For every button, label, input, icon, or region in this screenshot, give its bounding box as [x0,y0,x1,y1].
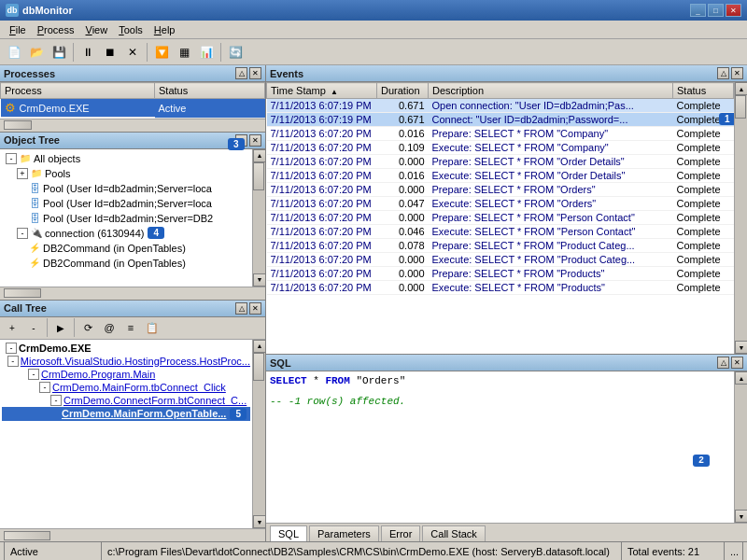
call-item-vs[interactable]: - Microsoft.VisualStudio.HostingProcess.… [2,355,250,368]
table-row[interactable]: 7/11/2013 6:07:20 PM 0.016 Execute: SELE… [267,169,734,183]
table-row[interactable]: 7/11/2013 6:07:20 PM 0.000 Execute: SELE… [267,253,734,267]
col-status[interactable]: Status [673,83,734,99]
tree-item-db2cmd2[interactable]: ⚡ DB2Command (in OpenTables) [2,256,250,271]
object-tree-scrollbar[interactable]: ▲ ▼ [252,149,265,287]
processes-hscrollbar[interactable] [0,119,265,132]
table-row[interactable]: 7/11/2013 6:07:20 PM 0.000 Prepare: SELE… [267,183,734,197]
sql-close-btn[interactable]: ✕ [731,357,743,369]
tab-parameters[interactable]: Parameters [309,525,379,541]
object-tree-hscrollbar[interactable] [0,287,265,300]
events-scroll-thumb[interactable] [735,95,746,119]
toolbar-refresh[interactable]: 🔄 [225,42,246,63]
expand-connection[interactable]: - [17,228,28,239]
tree-item-db2cmd1[interactable]: ⚡ DB2Command (in OpenTables) [2,241,250,256]
table-row[interactable]: 7/11/2013 6:07:20 PM 0.109 Execute: SELE… [267,141,734,155]
table-row[interactable]: 7/11/2013 6:07:20 PM 0.000 Prepare: SELE… [267,211,734,225]
sql-scroll-track[interactable] [735,385,747,510]
sql-scrollbar[interactable]: ▲ ▼ [734,371,747,523]
tree-item-pools[interactable]: + 📁 Pools [2,166,250,181]
call-item-opentable[interactable]: CrmDemo.MainForm.OpenTable... 5 [2,407,250,421]
toolbar-open[interactable]: 📂 [26,42,47,63]
tree-item-pool1[interactable]: 🗄 Pool (User Id=db2admin;Server=loca [2,181,250,196]
calltree-btn7[interactable]: 📋 [142,317,162,338]
sql-float-btn[interactable]: △ [717,357,729,369]
events-scroll-up[interactable]: ▲ [735,82,747,95]
toolbar-chart[interactable]: 📊 [196,42,217,63]
menu-process[interactable]: Process [32,22,80,37]
table-row[interactable]: 7/11/2013 6:07:20 PM 0.078 Prepare: SELE… [267,239,734,253]
call-item-crmdemo[interactable]: - CrmDemo.EXE [2,342,250,355]
toolbar-grid[interactable]: ▦ [174,42,194,63]
close-button[interactable]: ✕ [726,4,741,17]
call-scroll-down[interactable]: ▼ [253,515,265,528]
table-row[interactable]: 7/11/2013 6:07:20 PM 0.047 Execute: SELE… [267,197,734,211]
calltree-btn3[interactable]: ▶ [50,317,71,338]
events-scrollbar[interactable]: ▲ ▼ [734,82,747,354]
col-status[interactable]: Status [155,83,265,99]
tab-error[interactable]: Error [381,525,420,541]
calltree-btn2[interactable]: - [23,317,44,338]
call-expand-2[interactable]: - [28,369,39,380]
menu-file[interactable]: File [4,22,32,37]
sql-scroll-up[interactable]: ▲ [735,371,747,385]
tab-callstack[interactable]: Call Stack [422,525,486,541]
events-scroll-down[interactable]: ▼ [735,341,747,354]
menu-tools[interactable]: Tools [113,22,148,37]
call-tree-scrollbar[interactable]: ▲ ▼ [252,340,265,529]
calltree-btn5[interactable]: @ [99,317,120,338]
sql-scroll-down[interactable]: ▼ [735,510,747,523]
menu-view[interactable]: View [80,22,114,37]
call-item-main[interactable]: - CrmDemo.Program.Main [2,368,250,381]
call-item-btconnect[interactable]: - CrmDemo.ConnectForm.btConnect_C... [2,394,250,407]
toolbar-filter[interactable]: 🔽 [151,42,172,63]
tree-item-all-objects[interactable]: - 📁 All objects [2,151,250,166]
toolbar-clear[interactable]: ✕ [122,42,143,63]
call-tree-close-btn[interactable]: ✕ [249,302,261,315]
call-tree-float-btn[interactable]: △ [235,302,247,315]
scroll-thumb[interactable] [253,162,264,190]
table-row[interactable]: 7/11/2013 6:07:20 PM 0.000 Execute: SELE… [267,281,734,295]
call-scroll-track[interactable] [253,353,265,516]
scroll-up[interactable]: ▲ [253,149,265,162]
call-scroll-up[interactable]: ▲ [253,340,265,353]
calltree-btn4[interactable]: ⟳ [78,317,98,338]
menu-help[interactable]: Help [148,22,181,37]
object-tree-close-btn[interactable]: ✕ [249,134,261,147]
call-item-tbconnect[interactable]: - CrmDemo.MainForm.tbConnect_Click [2,381,250,394]
table-row[interactable]: 7/11/2013 6:07:20 PM 0.000 Prepare: SELE… [267,267,734,281]
scroll-track[interactable] [253,162,265,273]
table-row[interactable]: 7/11/2013 6:07:19 PM 0.671 Connect: "Use… [267,113,734,127]
table-row[interactable]: 7/11/2013 6:07:19 PM 0.671 Open connecti… [267,99,734,113]
call-expand-0[interactable]: - [6,343,17,354]
tree-item-pool3[interactable]: 🗄 Pool (User Id=db2admin;Server=DB2 [2,211,250,226]
processes-close-btn[interactable]: ✕ [249,67,261,79]
call-expand-4[interactable]: - [50,395,62,406]
call-expand-3[interactable]: - [39,382,50,393]
col-duration[interactable]: Duration [377,83,429,99]
events-close-btn[interactable]: ✕ [731,67,743,79]
call-tree-hscrollbar[interactable] [0,528,265,541]
table-row[interactable]: 7/11/2013 6:07:20 PM 0.046 Execute: SELE… [267,225,734,239]
col-process[interactable]: Process [1,83,155,99]
toolbar-new[interactable]: 📄 [4,42,24,63]
calltree-btn1[interactable]: + [2,317,22,338]
maximize-button[interactable]: □ [708,4,724,17]
tree-item-pool2[interactable]: 🗄 Pool (User Id=db2admin;Server=loca [2,196,250,211]
col-timestamp[interactable]: Time Stamp ▲ [267,83,377,99]
table-row[interactable]: 7/11/2013 6:07:20 PM 0.000 Prepare: SELE… [267,155,734,169]
events-scroll-track[interactable] [735,95,747,341]
tab-sql[interactable]: SQL [270,525,307,541]
call-scroll-thumb[interactable] [253,353,264,381]
tree-item-connection[interactable]: - 🔌 connection (6130944) 4 [2,226,250,241]
table-row[interactable]: 7/11/2013 6:07:20 PM 0.016 Prepare: SELE… [267,127,734,141]
events-float-btn[interactable]: △ [717,67,729,79]
table-row[interactable]: ⚙ CrmDemo.EXE Active [1,99,265,119]
expand-all-objects[interactable]: - [6,153,17,164]
calltree-btn6[interactable]: ≡ [120,317,141,338]
processes-float-btn[interactable]: △ [235,67,247,79]
toolbar-save[interactable]: 💾 [49,42,69,63]
toolbar-stop[interactable]: ⏹ [100,42,120,63]
scroll-down[interactable]: ▼ [253,273,265,287]
col-description[interactable]: Description [429,83,673,99]
minimize-button[interactable]: _ [690,4,706,17]
